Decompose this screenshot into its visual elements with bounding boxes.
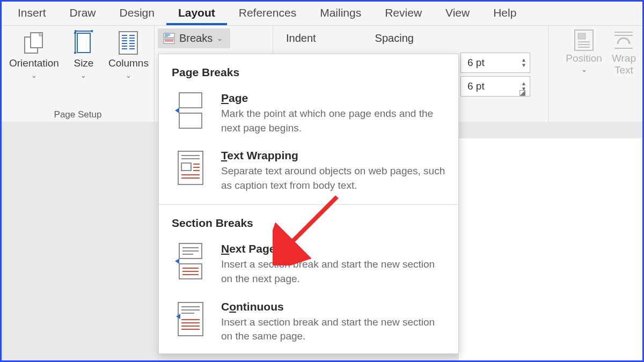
svg-rect-5 [75, 30, 76, 32]
svg-rect-38 [179, 113, 202, 128]
breaks-dropdown: Page Breaks Page Mark the point at which… [158, 54, 459, 354]
menu-item-next-page[interactable]: Next Page Insert a section break and sta… [159, 236, 458, 293]
text-wrapping-icon [175, 149, 206, 187]
tab-help[interactable]: Help [481, 2, 528, 25]
menu-item-desc: Insert a section break and start the new… [221, 315, 445, 344]
menu-item-desc: Separate text around objects on web page… [221, 164, 445, 193]
breaks-label: Breaks [179, 32, 213, 45]
group-arrange: Position ⌄ Wrap Text [566, 29, 636, 76]
page-break-icon [175, 92, 206, 129]
group-paragraph: Indent Spacing [275, 26, 425, 54]
tab-design[interactable]: Design [108, 2, 166, 25]
chevron-down-icon: ⌄ [217, 34, 223, 42]
group-page-setup: Orientation ⌄ [2, 26, 155, 122]
breaks-icon [163, 33, 175, 45]
chevron-down-icon: ⌄ [80, 71, 86, 79]
orientation-icon [23, 30, 45, 56]
spinner-arrows-icon[interactable]: ▲▼ [521, 57, 526, 68]
breaks-button[interactable]: Breaks ⌄ [158, 28, 230, 48]
svg-marker-57 [175, 258, 179, 264]
next-page-icon [175, 242, 206, 280]
wrap-text-label: Wrap Text [612, 53, 636, 76]
dropdown-section-section-breaks: Section Breaks [159, 205, 458, 236]
tab-view[interactable]: View [434, 2, 481, 25]
svg-rect-7 [74, 32, 76, 34]
divider [548, 26, 548, 122]
spacing-before-input[interactable]: 6 pt ▲▼ [460, 53, 530, 73]
columns-icon [118, 30, 139, 56]
tab-references[interactable]: References [227, 2, 308, 25]
chevron-down-icon: ⌄ [126, 71, 131, 79]
size-label: Size [74, 58, 93, 69]
menu-item-title: Continuous [221, 300, 445, 313]
wrap-text-icon [612, 29, 635, 51]
menu-item-title: Next Page [221, 242, 445, 255]
tab-layout[interactable]: Layout [166, 2, 227, 25]
wrap-text-button[interactable]: Wrap Text [612, 29, 636, 76]
spacing-before-value: 6 pt [467, 57, 485, 69]
tab-mailings[interactable]: Mailings [308, 2, 373, 25]
position-button[interactable]: Position ⌄ [566, 29, 602, 76]
chevron-down-icon: ⌄ [581, 65, 587, 73]
tab-insert[interactable]: Insert [6, 2, 58, 25]
spacing-controls: e: 6 pt ▲▼ 6 pt ▲▼ ◪ [460, 53, 530, 100]
columns-label: Columns [108, 58, 149, 69]
ribbon-tabs: Insert Draw Design Layout References Mai… [2, 2, 642, 25]
document-area [459, 138, 642, 360]
svg-rect-2 [77, 33, 90, 53]
size-icon [73, 30, 94, 56]
svg-rect-8 [74, 52, 76, 54]
svg-rect-6 [91, 30, 93, 32]
group-label-page-setup: Page Setup [2, 109, 154, 120]
menu-item-continuous[interactable]: Continuous Insert a section break and st… [159, 294, 458, 351]
dropdown-section-page-breaks: Page Breaks [159, 54, 458, 85]
menu-item-title: Page [221, 92, 445, 105]
tab-review[interactable]: Review [373, 2, 434, 25]
menu-item-desc: Insert a section break and start the new… [221, 257, 445, 286]
svg-rect-30 [578, 33, 586, 39]
svg-marker-39 [175, 108, 179, 113]
svg-rect-37 [179, 93, 202, 108]
position-icon [574, 29, 594, 51]
orientation-button[interactable]: Orientation ⌄ [7, 29, 61, 80]
indent-heading: Indent [286, 30, 316, 50]
tab-draw[interactable]: Draw [58, 2, 108, 25]
continuous-icon [175, 300, 206, 338]
position-label: Position [566, 53, 602, 64]
chevron-down-icon: ⌄ [31, 71, 37, 79]
menu-item-text-wrapping[interactable]: Text Wrapping Separate text around objec… [159, 143, 458, 200]
dialog-launcher-icon[interactable]: ◪ [519, 88, 526, 97]
spacing-after-value: 6 pt [467, 80, 485, 92]
menu-item-title: Text Wrapping [221, 149, 445, 162]
menu-item-desc: Mark the point at which one page ends an… [221, 107, 445, 135]
orientation-label: Orientation [9, 58, 59, 69]
menu-item-page-break[interactable]: Page Mark the point at which one page en… [159, 85, 458, 143]
spacing-heading: Spacing [375, 30, 414, 50]
size-button[interactable]: Size ⌄ [71, 29, 97, 80]
columns-button[interactable]: Columns ⌄ [106, 29, 151, 80]
